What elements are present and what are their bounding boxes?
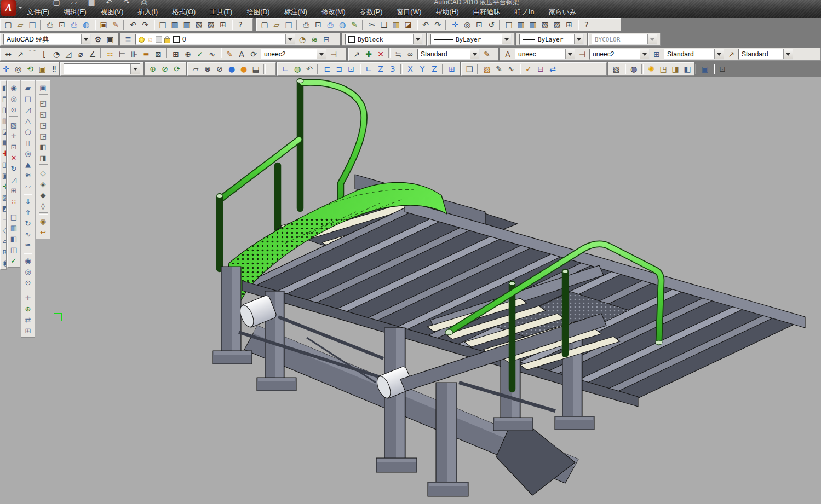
color-dropdown[interactable]: ByBlock xyxy=(345,34,423,45)
zoom-window-icon[interactable]: ⊡ xyxy=(473,19,485,31)
make-object-layer-current-icon[interactable]: ◔ xyxy=(296,33,308,45)
workspace-save-icon[interactable]: ▣ xyxy=(104,33,116,45)
publish-icon[interactable]: ⎙ xyxy=(68,19,80,31)
ne-isometric-icon[interactable]: ◆ xyxy=(38,189,49,200)
markup-icon[interactable]: ✎ xyxy=(110,19,122,31)
render-environment-icon[interactable]: ◧ xyxy=(681,63,693,75)
right-view-icon[interactable]: ◲ xyxy=(38,130,49,141)
jogged-dim-icon[interactable]: ◿ xyxy=(62,48,74,60)
ucs-y-icon[interactable]: Y xyxy=(416,63,428,75)
help-icon[interactable]: ? xyxy=(234,19,246,31)
clip-n-icon[interactable]: ◇ xyxy=(0,224,7,235)
clip-d-icon[interactable]: ▥ xyxy=(0,115,7,126)
workspace-dropdown[interactable]: AutoCAD 经典 xyxy=(3,34,91,45)
lineweight-dropdown-arrow-icon[interactable] xyxy=(574,34,583,44)
text-style-dropdown[interactable]: uneec xyxy=(515,49,575,60)
mleader-remove-icon[interactable]: ✕ xyxy=(375,48,387,60)
mleader-style-dropdown[interactable]: Standard xyxy=(417,49,480,60)
layer-dropdown[interactable]: ☼ 0 xyxy=(135,34,295,45)
dim-text-edit-icon[interactable]: A xyxy=(236,48,248,60)
sw-isometric-icon[interactable]: ◇ xyxy=(38,167,49,178)
markup-manager-icon[interactable]: ▨ xyxy=(205,19,217,31)
dim-style2-arrow-icon[interactable] xyxy=(640,49,649,59)
menu-item[interactable]: 帮助(H) xyxy=(428,7,466,18)
markup-manager-icon[interactable]: ▨ xyxy=(551,19,563,31)
create-camera-icon[interactable]: ◉ xyxy=(38,216,49,227)
plot-icon[interactable]: ⎙ xyxy=(44,19,56,31)
cylinder-icon[interactable]: ▯ xyxy=(22,137,33,148)
draw-order-icon[interactable]: ❑ xyxy=(463,63,475,75)
3d-align-icon[interactable]: ⇄ xyxy=(22,314,33,325)
linear-dim-icon[interactable]: ↔ xyxy=(2,48,14,60)
mleader-style-manager-icon[interactable]: ↗ xyxy=(725,48,737,60)
3d-rotate-icon[interactable]: ⊕ xyxy=(22,303,33,314)
planar-surface-icon[interactable]: ▱ xyxy=(22,181,33,192)
layer-vp-freeze-icon[interactable] xyxy=(156,36,162,43)
named-views-icon[interactable]: ▣ xyxy=(38,82,49,93)
tool-palettes-icon[interactable]: ▥ xyxy=(181,19,193,31)
menu-item[interactable]: 眻ノIn xyxy=(508,7,542,18)
3d-dwf-icon[interactable]: ◍ xyxy=(80,19,92,31)
menu-item[interactable]: 家らいみ xyxy=(542,7,584,18)
wedge-icon[interactable]: ◿ xyxy=(22,104,33,115)
table-style-dropdown[interactable]: Standard xyxy=(664,49,724,60)
help-icon[interactable]: ? xyxy=(581,19,593,31)
dim-break-icon[interactable]: ⊠ xyxy=(152,48,164,60)
revolve-icon[interactable]: ↻ xyxy=(22,218,33,229)
intersect-icon[interactable]: ⊙ xyxy=(22,277,33,288)
linetype-dropdown[interactable]: ByLayer xyxy=(430,34,512,45)
subtract-icon[interactable]: ◎ xyxy=(22,266,33,277)
hatch-edit-icon[interactable]: ▨ xyxy=(481,63,493,75)
menu-item[interactable]: 工具(T) xyxy=(203,7,239,18)
camera-icon[interactable]: ▣ xyxy=(36,63,48,75)
menu-item[interactable]: 视图(V) xyxy=(94,7,131,18)
tool-palettes-icon[interactable]: ▥ xyxy=(527,19,539,31)
check-icon[interactable]: ✓ xyxy=(8,255,19,266)
angular-dim-icon[interactable]: ∠ xyxy=(87,48,99,60)
diameter-dim-icon[interactable]: ⌀ xyxy=(74,48,87,60)
ucs-previous-icon[interactable]: ↶ xyxy=(303,63,315,75)
layer-states-icon[interactable]: ⊟ xyxy=(320,33,332,45)
mleader-style2-dropdown[interactable]: Standard xyxy=(738,49,793,60)
clip-l-icon[interactable]: ◩ xyxy=(0,202,7,213)
clip-b-icon[interactable]: ▤ xyxy=(0,93,7,104)
color-dropdown-arrow-icon[interactable] xyxy=(413,34,422,44)
dim-jog-line-icon[interactable]: ∿ xyxy=(206,48,218,60)
delete-faces-icon[interactable]: ✕ xyxy=(8,152,19,163)
markup-pencil-icon[interactable]: ✎ xyxy=(348,19,360,31)
screen-palette-icon[interactable]: ▣ xyxy=(97,19,110,31)
mapping-icon[interactable]: ◨ xyxy=(669,63,681,75)
dim-style-dropdown[interactable]: uneec2 xyxy=(261,49,326,60)
baseline-dim-icon[interactable]: ⊨ xyxy=(116,48,128,60)
match-properties-icon[interactable]: ◪ xyxy=(402,19,414,31)
layer-thaw-icon[interactable]: ☼ xyxy=(147,37,153,42)
intersect-icon[interactable]: ⊙ xyxy=(8,104,19,115)
tolerance-icon[interactable]: ⊞ xyxy=(170,48,182,60)
sweep-icon[interactable]: ∿ xyxy=(22,229,33,240)
ordinate-dim-icon[interactable]: ⌊ xyxy=(38,48,50,60)
clip-i-icon[interactable]: ▣ xyxy=(0,170,7,181)
spline-edit-icon[interactable]: ∿ xyxy=(505,63,517,75)
menu-item[interactable]: 由秄逎昧 xyxy=(466,7,508,18)
menu-item[interactable]: 参数(P) xyxy=(353,7,390,18)
layer-unlock-icon[interactable] xyxy=(164,38,170,43)
named-view-arrow-icon[interactable] xyxy=(130,64,140,74)
quick-dim-icon[interactable]: ≍ xyxy=(104,48,116,60)
clip-a-icon[interactable]: ◧ xyxy=(0,82,7,93)
save-icon[interactable]: ▤ xyxy=(26,19,38,31)
layer-on-icon[interactable] xyxy=(139,37,145,43)
ucs-icon[interactable]: ∟ xyxy=(279,63,291,75)
menu-item[interactable]: 修改(M) xyxy=(314,7,353,18)
color-faces-icon[interactable]: ∷ xyxy=(8,196,19,207)
clip-g-icon[interactable]: ✚ xyxy=(0,148,7,159)
adv-render-settings-icon[interactable]: ⊡ xyxy=(716,63,728,75)
pyramid-icon[interactable]: ▲ xyxy=(22,159,33,170)
clip-f-icon[interactable]: ▦ xyxy=(0,137,7,148)
redo-icon[interactable]: ↷ xyxy=(432,19,444,31)
menu-browser-arrow-icon[interactable] xyxy=(18,7,22,11)
attr-block-manager-icon[interactable]: ⊟ xyxy=(535,63,547,75)
open-icon[interactable]: ▱ xyxy=(14,19,26,31)
mleader-add-icon[interactable]: ✚ xyxy=(363,48,375,60)
zoom-previous-icon[interactable]: ↺ xyxy=(485,19,497,31)
clip-j-icon[interactable]: ✛ xyxy=(0,181,7,192)
